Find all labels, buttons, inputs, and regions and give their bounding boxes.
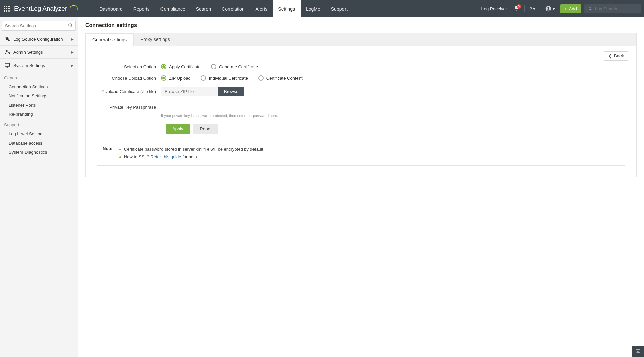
sidebar-system-settings[interactable]: System Settings▶ <box>0 59 78 72</box>
apply-button[interactable]: Apply <box>166 124 190 134</box>
browse-button[interactable]: Browse <box>218 87 244 96</box>
tabs: General settingsProxy settings <box>86 33 636 46</box>
user-gear-icon <box>4 49 11 55</box>
svg-rect-4 <box>5 63 10 66</box>
notification-badge: 3 <box>517 4 521 9</box>
select-option-label: Select an Option <box>94 64 161 69</box>
search-icon <box>588 6 592 11</box>
svg-point-2 <box>6 50 8 52</box>
chat-fab-icon[interactable] <box>632 346 644 357</box>
search-icon[interactable] <box>68 23 73 29</box>
sidebar-search <box>2 21 76 31</box>
radio-icon <box>201 75 206 81</box>
back-button-label: Back <box>614 53 624 58</box>
brand-name-part2: Analyzer <box>42 5 67 12</box>
topnav-logme[interactable]: LogMe <box>301 0 326 17</box>
sidebar-item-notification-settings[interactable]: Notification Settings <box>0 91 78 101</box>
topnav-dashboard[interactable]: Dashboard <box>94 0 128 17</box>
upload-option-radio-individual-certificate[interactable]: Individual Certificate <box>201 75 248 81</box>
brand-swoosh-icon <box>69 5 77 12</box>
sidebar-item-log-level-setting[interactable]: Log Level Setting <box>0 129 78 138</box>
topnav-settings[interactable]: Settings <box>273 0 301 17</box>
note-line-1: Certificate password stored in server.xm… <box>119 146 264 154</box>
topbar-divider <box>524 5 525 12</box>
reset-button[interactable]: Reset <box>193 124 218 134</box>
radio-icon <box>161 64 166 69</box>
log-search-input[interactable] <box>595 6 637 11</box>
radio-icon <box>161 75 166 81</box>
ssl-guide-link[interactable]: Refer this guide <box>150 154 181 159</box>
sidebar-admin-settings[interactable]: Admin Settings▶ <box>0 46 78 58</box>
add-button-label: Add <box>569 6 577 11</box>
sidebar-group-general: General <box>0 72 78 82</box>
passphrase-hint: If your private key is password protecte… <box>161 114 278 118</box>
topbar: EventLog Analyzer DashboardReportsCompli… <box>0 0 644 17</box>
back-button[interactable]: ❮ Back <box>604 51 628 61</box>
panel-body: ❮ Back Select an Option Apply Certificat… <box>86 46 636 177</box>
topnav-search[interactable]: Search <box>191 0 216 17</box>
chevron-right-icon: ▶ <box>71 50 74 54</box>
plus-icon: + <box>564 6 567 11</box>
passphrase-label: Private Key Passphrase <box>94 103 161 110</box>
help-icon: ? <box>530 6 532 11</box>
log-receiver-link[interactable]: Log Receiver <box>478 6 510 11</box>
upload-option-radio-certificate-content[interactable]: Certificate Content <box>258 75 303 81</box>
brand-name-part1: EventLog <box>14 5 41 12</box>
radio-icon <box>211 64 216 69</box>
topbar-right: Log Receiver 3 ? ▾ ▾ + Add <box>478 0 644 17</box>
topnav-correlation[interactable]: Correlation <box>216 0 250 17</box>
topbar-divider <box>540 5 540 12</box>
note-line-2: New to SSL? Refer this guide for help. <box>119 154 264 161</box>
sidebar-item-database-access[interactable]: Database access <box>0 138 78 148</box>
note-title: Note <box>103 146 112 161</box>
topnav-reports[interactable]: Reports <box>128 0 155 17</box>
upload-option-label: Choose Upload Option <box>94 76 161 81</box>
sidebar-log-source-configuration[interactable]: Log Source Configuration▶ <box>0 33 78 45</box>
tab-general-settings[interactable]: General settings <box>86 33 134 46</box>
sidebar-item-re-branding[interactable]: Re-branding <box>0 110 78 119</box>
topnav-support[interactable]: Support <box>326 0 353 17</box>
select-option-radio-generate-certificate[interactable]: Generate Certificate <box>211 64 258 69</box>
add-button[interactable]: + Add <box>560 4 581 13</box>
chevron-down-icon: ▾ <box>533 6 535 11</box>
apps-grid-icon[interactable] <box>3 5 11 13</box>
radio-icon <box>258 75 264 81</box>
select-option-radio-apply-certificate[interactable]: Apply Certificate <box>161 64 201 69</box>
user-dropdown[interactable]: ▾ <box>543 5 557 12</box>
chevron-right-icon: ▶ <box>71 64 74 67</box>
sidebar-item-connection-settings[interactable]: Connection Settings <box>0 82 78 91</box>
sidebar-group-support: Support <box>0 119 78 129</box>
user-icon <box>545 5 552 12</box>
log-search-box[interactable] <box>584 4 641 13</box>
chevron-left-icon: ❮ <box>608 53 612 58</box>
topbar-left: EventLog Analyzer <box>0 0 81 17</box>
note-box: Note Certificate password stored in serv… <box>97 142 625 166</box>
upload-option-radio-zip-upload[interactable]: ZIP Upload <box>161 75 191 81</box>
main: Log Source Configuration▶Admin Settings▶… <box>0 17 644 357</box>
upload-cert-label: *Upload Certificate (Zip file) <box>94 89 161 94</box>
topnav: DashboardReportsComplianceSearchCorrelat… <box>94 0 353 17</box>
brand-logo[interactable]: EventLog Analyzer <box>14 5 77 12</box>
notification-bell-icon[interactable]: 3 <box>511 6 522 12</box>
help-dropdown[interactable]: ? ▾ <box>527 6 537 11</box>
monitor-icon <box>4 62 11 68</box>
content: Connection settings General settingsProx… <box>78 17 644 357</box>
topnav-compliance[interactable]: Compliance <box>155 0 191 17</box>
tools-icon <box>4 36 11 42</box>
sidebar-item-system-diagnostics[interactable]: System Diagnostics <box>0 148 78 157</box>
tab-proxy-settings[interactable]: Proxy settings <box>134 33 177 46</box>
sidebar-search-input[interactable] <box>2 21 76 31</box>
page-title: Connection settings <box>85 22 637 28</box>
sidebar: Log Source Configuration▶Admin Settings▶… <box>0 17 78 357</box>
settings-panel: General settingsProxy settings ❮ Back Se… <box>85 33 637 177</box>
chevron-right-icon: ▶ <box>71 37 74 41</box>
passphrase-input[interactable] <box>161 103 238 112</box>
topnav-alerts[interactable]: Alerts <box>250 0 273 17</box>
upload-cert-input[interactable] <box>161 87 218 96</box>
sidebar-item-listener-ports[interactable]: Listener Ports <box>0 101 78 110</box>
svg-point-1 <box>548 7 549 9</box>
chevron-down-icon: ▾ <box>553 6 555 11</box>
